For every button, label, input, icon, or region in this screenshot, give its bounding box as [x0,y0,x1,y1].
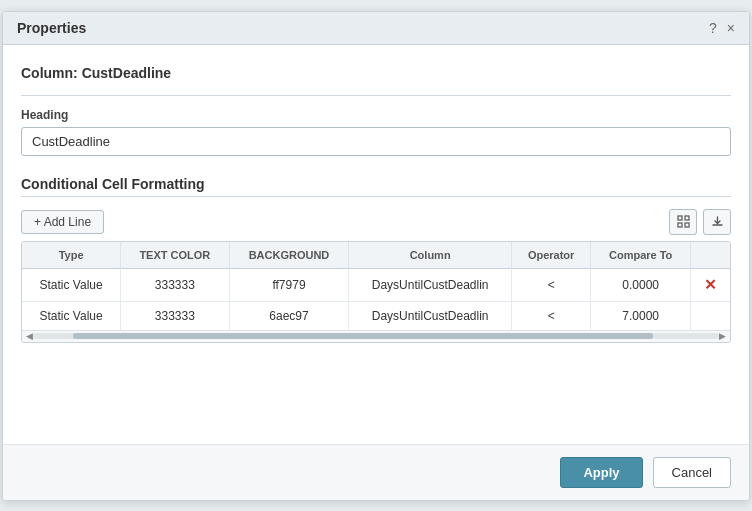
formatting-divider [21,196,731,197]
dialog-header: Properties ? × [3,12,749,45]
svg-rect-0 [678,216,682,220]
scrollbar-thumb[interactable] [73,333,653,339]
row2-column: DaysUntilCustDeadlin [349,301,511,330]
row2-text-color: 333333 [121,301,229,330]
scroll-right-arrow[interactable]: ▶ [719,331,726,341]
close-icon[interactable]: × [727,20,735,36]
toolbar-right-icons [669,209,731,235]
apply-button[interactable]: Apply [560,457,642,488]
column-title: Column: CustDeadline [21,65,731,81]
help-icon[interactable]: ? [709,20,717,36]
formatting-title: Conditional Cell Formatting [21,176,731,192]
cancel-button[interactable]: Cancel [653,457,731,488]
column-divider [21,95,731,96]
svg-rect-3 [685,223,689,227]
column-section: Column: CustDeadline Heading [21,65,731,156]
row1-column: DaysUntilCustDeadlin [349,268,511,301]
col-compare-to: Compare To [591,242,691,269]
scroll-left-arrow[interactable]: ◀ [26,331,33,341]
table-header-row: Type TEXT COLOR BACKGROUND Column Operat… [22,242,730,269]
dialog-footer: Apply Cancel [3,444,749,500]
heading-label: Heading [21,108,731,122]
formatting-table: Type TEXT COLOR BACKGROUND Column Operat… [22,242,730,330]
svg-rect-2 [678,223,682,227]
formatting-table-container: Type TEXT COLOR BACKGROUND Column Operat… [21,241,731,343]
col-delete [690,242,730,269]
row1-type: Static Value [22,268,121,301]
row2-operator: < [511,301,591,330]
table-row: Static Value 333333 ff7979 DaysUntilCust… [22,268,730,301]
row1-background: ff7979 [229,268,349,301]
row2-compare-to: 7.0000 [591,301,691,330]
row2-background: 6aec97 [229,301,349,330]
add-line-button[interactable]: + Add Line [21,210,104,234]
horizontal-scrollbar[interactable]: ◀ ▶ [22,330,730,342]
heading-input[interactable] [21,127,731,156]
dialog-title: Properties [17,20,86,36]
download-icon[interactable] [703,209,731,235]
dialog-body: Column: CustDeadline Heading Conditional… [3,45,749,444]
properties-dialog: Properties ? × Column: CustDeadline Head… [2,11,750,501]
col-type: Type [22,242,121,269]
col-column: Column [349,242,511,269]
table-row: Static Value 333333 6aec97 DaysUntilCust… [22,301,730,330]
formatting-section: Conditional Cell Formatting + Add Line [21,176,731,424]
row1-operator: < [511,268,591,301]
expand-icon[interactable] [669,209,697,235]
col-background: BACKGROUND [229,242,349,269]
header-icons: ? × [709,20,735,36]
row2-delete-button[interactable] [690,301,730,330]
row2-type: Static Value [22,301,121,330]
scrollbar-track[interactable] [33,333,719,339]
formatting-toolbar: + Add Line [21,209,731,235]
table-scroll-wrap[interactable]: Type TEXT COLOR BACKGROUND Column Operat… [22,242,730,330]
row1-delete-button[interactable]: ✕ [690,268,730,301]
col-operator: Operator [511,242,591,269]
col-text-color: TEXT COLOR [121,242,229,269]
row1-text-color: 333333 [121,268,229,301]
svg-rect-1 [685,216,689,220]
row1-compare-to: 0.0000 [591,268,691,301]
